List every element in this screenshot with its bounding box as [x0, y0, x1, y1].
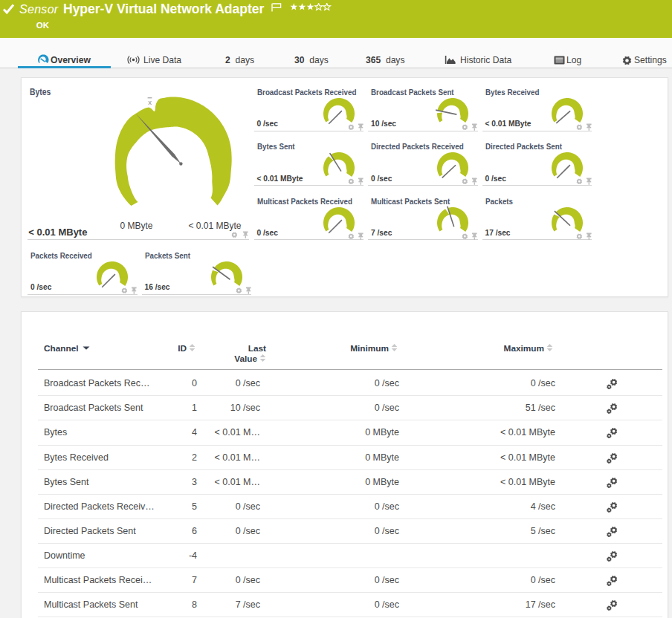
svg-text:x: x: [148, 98, 152, 106]
